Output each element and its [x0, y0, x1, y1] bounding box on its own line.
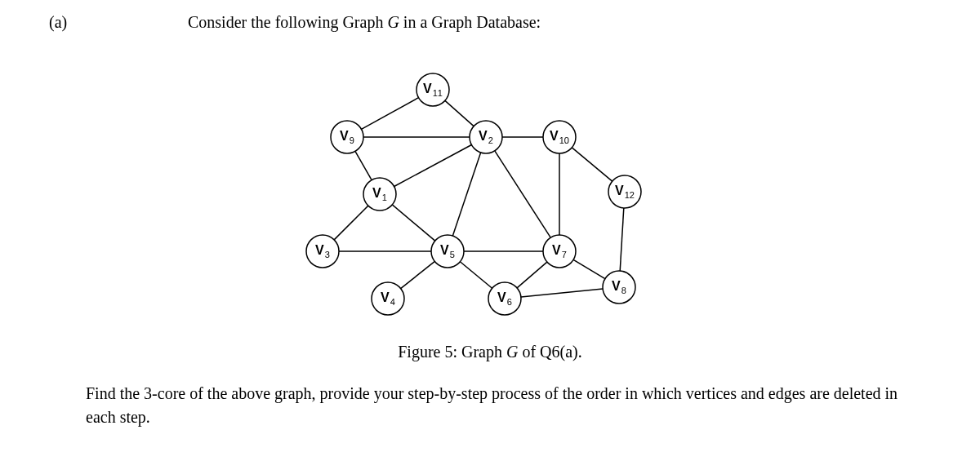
intro-suffix: in a Graph Database:	[399, 13, 541, 31]
caption-suffix: of Q6(a).	[518, 343, 581, 361]
edge-V1-V5	[392, 205, 434, 241]
node-V3: V3	[306, 235, 339, 268]
node-V9: V9	[331, 121, 363, 153]
edge-V9-V11	[362, 98, 419, 130]
node-V2: V2	[470, 121, 502, 153]
edge-V6-V8	[521, 289, 603, 297]
node-V7: V7	[543, 235, 576, 268]
node-V12: V12	[608, 175, 641, 208]
caption-g: G	[506, 343, 518, 361]
graph-figure: V1V2V3V4V5V6V7V8V9V10V11V12	[278, 57, 670, 318]
node-V1: V1	[363, 178, 396, 210]
part-label: (a)	[49, 13, 67, 32]
node-V8: V8	[603, 271, 635, 304]
edge-V1-V3	[334, 206, 368, 240]
intro-text: Consider the following Graph G in a Grap…	[188, 13, 541, 32]
node-V5: V5	[431, 235, 464, 268]
node-V4: V4	[372, 282, 404, 315]
intro-prefix: Consider the following Graph	[188, 13, 387, 31]
nodes-layer: V1V2V3V4V5V6V7V8V9V10V11V12	[306, 73, 641, 315]
edge-V5-V6	[460, 262, 492, 288]
edge-V2-V7	[495, 151, 550, 237]
edge-V9-V1	[355, 151, 372, 179]
edge-V7-V8	[573, 259, 605, 278]
node-V11: V11	[416, 73, 449, 106]
node-V6: V6	[488, 282, 521, 315]
intro-g: G	[387, 13, 399, 31]
node-V10: V10	[543, 121, 576, 153]
graph-svg: V1V2V3V4V5V6V7V8V9V10V11V12	[278, 57, 670, 318]
edge-V12-V8	[620, 208, 624, 271]
edge-V5-V4	[401, 261, 435, 288]
edge-V10-V12	[572, 148, 612, 181]
caption-prefix: Figure 5: Graph	[398, 343, 506, 361]
edge-V1-V2	[394, 144, 472, 186]
edge-V11-V2	[445, 100, 474, 126]
figure-caption: Figure 5: Graph G of Q6(a).	[0, 343, 980, 361]
task-text: Find the 3-core of the above graph, prov…	[86, 382, 906, 429]
edge-V2-V5	[452, 153, 480, 236]
edge-V6-V7	[517, 262, 547, 288]
